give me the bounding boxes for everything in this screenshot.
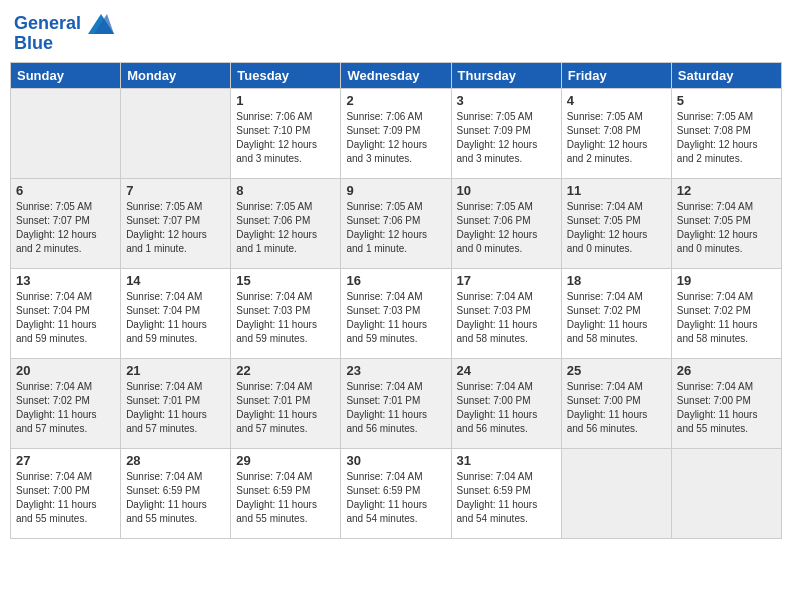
calendar-cell: 13Sunrise: 7:04 AM Sunset: 7:04 PM Dayli… — [11, 269, 121, 359]
calendar-cell: 6Sunrise: 7:05 AM Sunset: 7:07 PM Daylig… — [11, 179, 121, 269]
logo: General Blue — [14, 14, 114, 54]
calendar-cell: 7Sunrise: 7:05 AM Sunset: 7:07 PM Daylig… — [121, 179, 231, 269]
calendar-cell: 21Sunrise: 7:04 AM Sunset: 7:01 PM Dayli… — [121, 359, 231, 449]
day-number: 26 — [677, 363, 776, 378]
weekday-header-wednesday: Wednesday — [341, 63, 451, 89]
day-number: 8 — [236, 183, 335, 198]
day-number: 24 — [457, 363, 556, 378]
weekday-header-saturday: Saturday — [671, 63, 781, 89]
calendar-cell: 2Sunrise: 7:06 AM Sunset: 7:09 PM Daylig… — [341, 89, 451, 179]
day-number: 10 — [457, 183, 556, 198]
calendar-cell: 30Sunrise: 7:04 AM Sunset: 6:59 PM Dayli… — [341, 449, 451, 539]
day-number: 14 — [126, 273, 225, 288]
day-info: Sunrise: 7:04 AM Sunset: 6:59 PM Dayligh… — [346, 470, 445, 526]
day-info: Sunrise: 7:04 AM Sunset: 7:01 PM Dayligh… — [236, 380, 335, 436]
day-info: Sunrise: 7:05 AM Sunset: 7:07 PM Dayligh… — [16, 200, 115, 256]
day-number: 5 — [677, 93, 776, 108]
day-info: Sunrise: 7:04 AM Sunset: 7:02 PM Dayligh… — [677, 290, 776, 346]
calendar-cell: 31Sunrise: 7:04 AM Sunset: 6:59 PM Dayli… — [451, 449, 561, 539]
weekday-header-monday: Monday — [121, 63, 231, 89]
day-info: Sunrise: 7:05 AM Sunset: 7:07 PM Dayligh… — [126, 200, 225, 256]
calendar-cell — [11, 89, 121, 179]
calendar-cell: 10Sunrise: 7:05 AM Sunset: 7:06 PM Dayli… — [451, 179, 561, 269]
calendar-cell: 24Sunrise: 7:04 AM Sunset: 7:00 PM Dayli… — [451, 359, 561, 449]
day-number: 23 — [346, 363, 445, 378]
day-number: 4 — [567, 93, 666, 108]
day-number: 12 — [677, 183, 776, 198]
calendar-cell: 11Sunrise: 7:04 AM Sunset: 7:05 PM Dayli… — [561, 179, 671, 269]
day-number: 9 — [346, 183, 445, 198]
day-info: Sunrise: 7:05 AM Sunset: 7:06 PM Dayligh… — [346, 200, 445, 256]
day-info: Sunrise: 7:04 AM Sunset: 7:01 PM Dayligh… — [346, 380, 445, 436]
day-number: 29 — [236, 453, 335, 468]
calendar-cell: 14Sunrise: 7:04 AM Sunset: 7:04 PM Dayli… — [121, 269, 231, 359]
day-number: 15 — [236, 273, 335, 288]
calendar-cell: 29Sunrise: 7:04 AM Sunset: 6:59 PM Dayli… — [231, 449, 341, 539]
day-info: Sunrise: 7:04 AM Sunset: 6:59 PM Dayligh… — [126, 470, 225, 526]
weekday-header-thursday: Thursday — [451, 63, 561, 89]
calendar-cell — [121, 89, 231, 179]
calendar-cell — [671, 449, 781, 539]
day-info: Sunrise: 7:06 AM Sunset: 7:09 PM Dayligh… — [346, 110, 445, 166]
day-info: Sunrise: 7:04 AM Sunset: 7:03 PM Dayligh… — [346, 290, 445, 346]
day-number: 2 — [346, 93, 445, 108]
day-info: Sunrise: 7:04 AM Sunset: 7:00 PM Dayligh… — [457, 380, 556, 436]
logo-text: General — [14, 14, 114, 34]
calendar-cell: 8Sunrise: 7:05 AM Sunset: 7:06 PM Daylig… — [231, 179, 341, 269]
day-info: Sunrise: 7:04 AM Sunset: 7:03 PM Dayligh… — [457, 290, 556, 346]
page-header: General Blue — [10, 10, 782, 54]
calendar-cell: 23Sunrise: 7:04 AM Sunset: 7:01 PM Dayli… — [341, 359, 451, 449]
day-number: 3 — [457, 93, 556, 108]
day-info: Sunrise: 7:04 AM Sunset: 7:00 PM Dayligh… — [16, 470, 115, 526]
day-number: 28 — [126, 453, 225, 468]
day-info: Sunrise: 7:05 AM Sunset: 7:09 PM Dayligh… — [457, 110, 556, 166]
day-number: 21 — [126, 363, 225, 378]
day-number: 1 — [236, 93, 335, 108]
calendar-cell: 1Sunrise: 7:06 AM Sunset: 7:10 PM Daylig… — [231, 89, 341, 179]
day-number: 18 — [567, 273, 666, 288]
day-number: 25 — [567, 363, 666, 378]
day-info: Sunrise: 7:04 AM Sunset: 7:04 PM Dayligh… — [126, 290, 225, 346]
day-number: 30 — [346, 453, 445, 468]
day-info: Sunrise: 7:04 AM Sunset: 7:03 PM Dayligh… — [236, 290, 335, 346]
calendar-cell: 4Sunrise: 7:05 AM Sunset: 7:08 PM Daylig… — [561, 89, 671, 179]
day-info: Sunrise: 7:04 AM Sunset: 7:01 PM Dayligh… — [126, 380, 225, 436]
day-number: 22 — [236, 363, 335, 378]
day-info: Sunrise: 7:05 AM Sunset: 7:08 PM Dayligh… — [677, 110, 776, 166]
day-number: 11 — [567, 183, 666, 198]
day-number: 6 — [16, 183, 115, 198]
day-info: Sunrise: 7:04 AM Sunset: 7:04 PM Dayligh… — [16, 290, 115, 346]
weekday-header-friday: Friday — [561, 63, 671, 89]
day-number: 20 — [16, 363, 115, 378]
calendar-cell: 22Sunrise: 7:04 AM Sunset: 7:01 PM Dayli… — [231, 359, 341, 449]
calendar-cell: 16Sunrise: 7:04 AM Sunset: 7:03 PM Dayli… — [341, 269, 451, 359]
calendar-cell: 28Sunrise: 7:04 AM Sunset: 6:59 PM Dayli… — [121, 449, 231, 539]
calendar-cell: 20Sunrise: 7:04 AM Sunset: 7:02 PM Dayli… — [11, 359, 121, 449]
calendar-cell: 5Sunrise: 7:05 AM Sunset: 7:08 PM Daylig… — [671, 89, 781, 179]
calendar-cell: 9Sunrise: 7:05 AM Sunset: 7:06 PM Daylig… — [341, 179, 451, 269]
day-number: 7 — [126, 183, 225, 198]
calendar-cell: 17Sunrise: 7:04 AM Sunset: 7:03 PM Dayli… — [451, 269, 561, 359]
weekday-header-sunday: Sunday — [11, 63, 121, 89]
calendar-cell: 18Sunrise: 7:04 AM Sunset: 7:02 PM Dayli… — [561, 269, 671, 359]
calendar-cell: 3Sunrise: 7:05 AM Sunset: 7:09 PM Daylig… — [451, 89, 561, 179]
calendar-cell: 26Sunrise: 7:04 AM Sunset: 7:00 PM Dayli… — [671, 359, 781, 449]
calendar-cell: 12Sunrise: 7:04 AM Sunset: 7:05 PM Dayli… — [671, 179, 781, 269]
day-info: Sunrise: 7:04 AM Sunset: 7:02 PM Dayligh… — [567, 290, 666, 346]
day-info: Sunrise: 7:05 AM Sunset: 7:06 PM Dayligh… — [236, 200, 335, 256]
day-info: Sunrise: 7:04 AM Sunset: 7:00 PM Dayligh… — [677, 380, 776, 436]
day-number: 17 — [457, 273, 556, 288]
day-number: 19 — [677, 273, 776, 288]
calendar-cell: 25Sunrise: 7:04 AM Sunset: 7:00 PM Dayli… — [561, 359, 671, 449]
day-info: Sunrise: 7:04 AM Sunset: 7:02 PM Dayligh… — [16, 380, 115, 436]
day-number: 13 — [16, 273, 115, 288]
day-info: Sunrise: 7:05 AM Sunset: 7:08 PM Dayligh… — [567, 110, 666, 166]
day-info: Sunrise: 7:04 AM Sunset: 6:59 PM Dayligh… — [236, 470, 335, 526]
calendar-cell: 15Sunrise: 7:04 AM Sunset: 7:03 PM Dayli… — [231, 269, 341, 359]
day-info: Sunrise: 7:06 AM Sunset: 7:10 PM Dayligh… — [236, 110, 335, 166]
logo-line2: Blue — [14, 34, 114, 54]
day-info: Sunrise: 7:04 AM Sunset: 6:59 PM Dayligh… — [457, 470, 556, 526]
day-number: 31 — [457, 453, 556, 468]
day-info: Sunrise: 7:04 AM Sunset: 7:05 PM Dayligh… — [677, 200, 776, 256]
calendar-cell: 19Sunrise: 7:04 AM Sunset: 7:02 PM Dayli… — [671, 269, 781, 359]
